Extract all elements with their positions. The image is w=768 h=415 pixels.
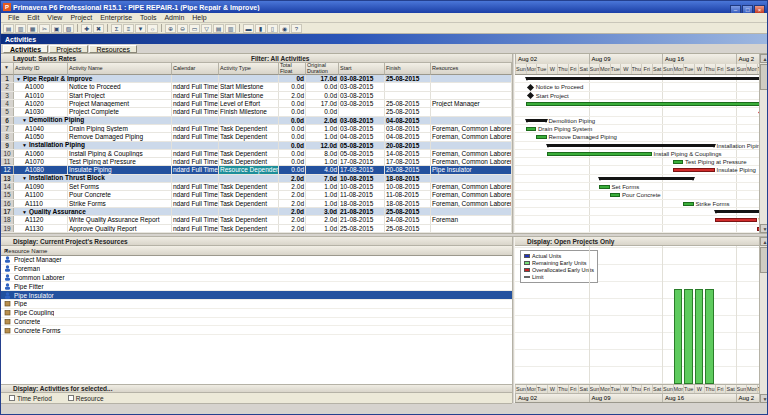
resource-row[interactable]: Pipe Coupling: [1, 309, 512, 318]
activity-row[interactable]: 12A1080Insulate Pipingndard Full TimeRes…: [1, 166, 512, 174]
spotlight-icon[interactable]: ☼: [147, 24, 158, 33]
summary-bar[interactable]: [599, 177, 694, 180]
open-icon[interactable]: ▥: [15, 24, 26, 33]
scrollbar-thumb[interactable]: [760, 64, 768, 90]
critical-bar[interactable]: [673, 168, 715, 172]
scroll-up-icon[interactable]: ▲: [760, 237, 768, 246]
columns-icon[interactable]: ▥: [225, 24, 236, 33]
new-project-icon[interactable]: ▤: [3, 24, 14, 33]
activity-row[interactable]: 7A1040Drain Piping Systemndard Full Time…: [1, 125, 512, 133]
activity-row[interactable]: 3A1010Start Projectndard Full TimeStart …: [1, 92, 512, 100]
help-icon[interactable]: ?: [291, 24, 302, 33]
checkbox[interactable]: [68, 395, 74, 401]
activity-row[interactable]: 4A1020Project Managementndard Full TimeL…: [1, 100, 512, 108]
histogram-vertical-scrollbar[interactable]: ▲ ▼: [759, 237, 768, 403]
activity-row[interactable]: 8A1050Remove Damaged Pipingndard Full Ti…: [1, 133, 512, 141]
collapse-icon[interactable]: ▼: [16, 75, 21, 82]
column-header-activity-type[interactable]: Activity Type: [219, 63, 279, 75]
activity-row[interactable]: 14A1090Set Formsndard Full TimeTask Depe…: [1, 183, 512, 191]
tab-projects[interactable]: Projects: [49, 45, 88, 53]
scroll-down-icon[interactable]: ▼: [760, 224, 768, 233]
activity-row[interactable]: 2A1000Notice to Proceedndard Full TimeSt…: [1, 83, 512, 91]
task-bar[interactable]: [526, 102, 760, 106]
column-header-original-duration[interactable]: Original Duration: [306, 63, 339, 75]
resource-row[interactable]: Concrete Forms: [1, 326, 512, 335]
resource-row[interactable]: Concrete: [1, 318, 512, 327]
activity-row[interactable]: 10A1060Install Piping & Couplingsndard F…: [1, 150, 512, 158]
paste-icon[interactable]: ▧: [63, 24, 74, 33]
task-bar[interactable]: [547, 152, 652, 156]
scroll-up-icon[interactable]: ▲: [760, 54, 768, 63]
column-header-resources[interactable]: Resources: [431, 63, 512, 75]
resource-row[interactable]: Foreman: [1, 265, 512, 274]
checkbox-resource[interactable]: Resource: [68, 395, 104, 402]
activity-row[interactable]: 15A1100Pour Concretendard Full TimeTask …: [1, 191, 512, 199]
activity-usage-icon[interactable]: ▮: [255, 24, 266, 33]
menu-enterprise[interactable]: Enterprise: [96, 14, 136, 21]
collapse-icon[interactable]: ▼: [22, 208, 27, 215]
scroll-down-icon[interactable]: ▼: [760, 394, 768, 403]
resources-display-bar[interactable]: Display: Current Project's Resources: [1, 237, 512, 246]
menu-file[interactable]: File: [4, 14, 23, 21]
resource-row[interactable]: Pipe: [1, 300, 512, 309]
column-header-finish[interactable]: Finish: [385, 63, 431, 75]
usage-bar[interactable]: [674, 289, 683, 384]
menu-edit[interactable]: Edit: [23, 14, 43, 21]
column-header-activity-id[interactable]: Activity ID: [14, 63, 68, 75]
activity-row[interactable]: 11A1070Test Piping at Pressurendard Full…: [1, 158, 512, 166]
summary-bar[interactable]: [526, 119, 547, 122]
summary-bar[interactable]: [715, 210, 760, 213]
resource-row[interactable]: Project Manager: [1, 256, 512, 265]
gantt-vertical-scrollbar[interactable]: ▲ ▼: [759, 54, 768, 233]
usage-bar[interactable]: [695, 289, 704, 384]
timescale-icon[interactable]: ▭: [189, 24, 200, 33]
layout-options-bar[interactable]: Layout: Swiss Rates Filter: All Activiti…: [1, 54, 512, 63]
summary-bar[interactable]: [547, 144, 715, 147]
summary-bar[interactable]: [526, 77, 760, 80]
checkbox[interactable]: [9, 395, 15, 401]
zoom-in-icon[interactable]: ⊕: [165, 24, 176, 33]
resource-row[interactable]: Common Laborer: [1, 274, 512, 283]
menu-help[interactable]: Help: [188, 14, 210, 21]
zoom-out-icon[interactable]: ⊖: [177, 24, 188, 33]
menu-tools[interactable]: Tools: [136, 14, 160, 21]
checkbox-time-period[interactable]: Time Period: [9, 395, 52, 402]
task-bar[interactable]: [610, 193, 621, 197]
group-row[interactable]: 9▼Installation Piping0.0d12.0d05-08-2015…: [1, 142, 512, 150]
cut-icon[interactable]: ✂: [39, 24, 50, 33]
column-header-activity-name[interactable]: Activity Name: [68, 63, 172, 75]
delete-activity-icon[interactable]: ✖: [93, 24, 104, 33]
resource-row[interactable]: Pipe Fitter: [1, 282, 512, 291]
footer-display-bar[interactable]: Display: Activities for selected...: [1, 384, 512, 393]
activity-row[interactable]: 5A1030Project Completendard Full TimeFin…: [1, 108, 512, 116]
group-row[interactable]: 6▼Demolition Piping0.0d2.0d03-08-201504-…: [1, 117, 512, 125]
task-bar[interactable]: [683, 202, 694, 206]
task-bar[interactable]: [599, 185, 610, 189]
activity-row[interactable]: 16A1110Strike Formsndard Full TimeTask D…: [1, 200, 512, 208]
critical-bar[interactable]: [715, 218, 757, 222]
column-header-calendar[interactable]: Calendar: [172, 63, 219, 75]
collapse-icon[interactable]: ▼: [22, 117, 27, 124]
usage-bar[interactable]: [684, 289, 693, 384]
menu-admin[interactable]: Admin: [160, 14, 188, 21]
tab-resources[interactable]: Resources: [89, 45, 136, 53]
trace-logic-icon[interactable]: ◉: [279, 24, 290, 33]
gantt-chart-icon[interactable]: ▬: [243, 24, 254, 33]
group-row[interactable]: 13▼Installation Thrust Block2.0d7.0d10-0…: [1, 175, 512, 183]
scrollbar-thumb[interactable]: [760, 247, 768, 273]
resource-usage-icon[interactable]: ▯: [267, 24, 278, 33]
group-row[interactable]: 17▼Quality Assurance2.0d3.0d21-08-201525…: [1, 208, 512, 216]
group-row[interactable]: 1▼Pipe Repair & Improve0d17.0d03-08-2015…: [1, 75, 512, 83]
schedule-icon[interactable]: Σ: [111, 24, 122, 33]
summarize-icon[interactable]: ▼: [135, 24, 146, 33]
filters-icon[interactable]: ▽: [201, 24, 212, 33]
resource-row[interactable]: Pipe Insulator: [1, 291, 512, 300]
print-icon[interactable]: ▦: [27, 24, 38, 33]
histogram-display-bar[interactable]: Display: Open Projects Only: [515, 237, 759, 246]
copy-icon[interactable]: ▣: [51, 24, 62, 33]
activity-row[interactable]: 19A1130Approve Quality Reportndard Full …: [1, 225, 512, 233]
task-bar[interactable]: [526, 127, 537, 131]
usage-bar[interactable]: [705, 289, 714, 384]
menu-view[interactable]: View: [43, 14, 66, 21]
menu-project[interactable]: Project: [66, 14, 96, 21]
